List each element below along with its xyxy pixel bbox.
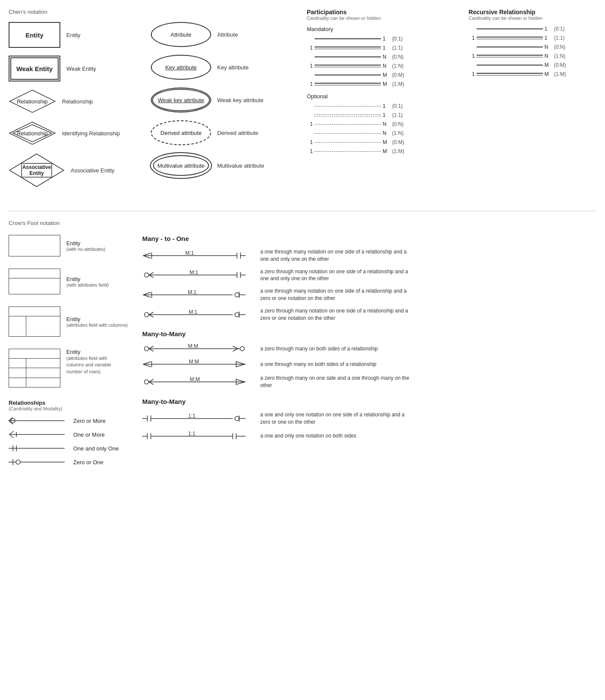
cf-mm-row2-desc: a one through many on both sides of a re… [260, 361, 377, 368]
cf-m1-row2: M:1 a zero through many notation on one … [142, 268, 596, 283]
opt-row-11: 1 (1:1) [307, 112, 460, 118]
cf-entity-cols-row: Entity (attributes field with columns) [9, 306, 129, 337]
svg-line-79 [149, 379, 153, 382]
rec-row-0m: M (0:M) [469, 62, 596, 68]
svg-line-60 [149, 349, 153, 351]
cf-11-row1-icon: 1:1 [142, 413, 254, 424]
cf-11-row2-desc: a one and only one notation on both side… [260, 432, 356, 440]
cf-entity-simple-shape [9, 235, 60, 256]
entity-desc: Entity [66, 32, 81, 38]
cf-m1-row3: M:1 a one through many notation on one s… [142, 288, 596, 302]
svg-line-22 [143, 256, 151, 258]
svg-line-74 [236, 362, 245, 364]
cf-mm-row1: M:M a zero through many on both sides of… [142, 344, 596, 354]
cf-m1-row2-desc: a zero through many notation on one side… [260, 268, 415, 283]
svg-line-33 [149, 275, 153, 278]
crows-section: Crow's Foot notation Entity (with no att… [9, 211, 596, 472]
weak-entity-desc: Weak Entity [66, 66, 96, 72]
chens-title: Chen's notation [9, 9, 298, 15]
key-attr-label: Key attribute [165, 64, 197, 71]
svg-text:M:1: M:1 [188, 290, 196, 295]
cf-mm-row3-icon: M:M [142, 377, 254, 387]
weak-entity-label: Weak Entity [16, 65, 53, 72]
relationship-row: Relationship Relationship [9, 89, 151, 113]
svg-text:M:1: M:1 [185, 250, 194, 256]
attribute-desc: Attribute [217, 31, 238, 38]
part-row-01: 1 (0:1) [307, 36, 460, 42]
cf-mm-title: Many-to-Many [142, 330, 596, 338]
id-relationship-desc: Identifying Relationship [62, 130, 120, 137]
cf-mm-row2: M:M a one through many on both sides of … [142, 359, 596, 369]
weak-entity-row: Weak Entity Weak Entity [9, 56, 151, 81]
svg-line-75 [236, 364, 245, 367]
assoc-entity-row: AssociativeEntity Associative Entity [9, 153, 151, 188]
cf-rel-subtitle: (Cardinality and Modality) [9, 406, 129, 411]
cf-11-row2: 1:1 a one and only one notation on both … [142, 431, 596, 441]
svg-point-20 [16, 460, 20, 464]
part-right: 1 [383, 45, 389, 51]
relationship-desc: Relationship [62, 98, 93, 105]
svg-line-68 [143, 364, 151, 367]
cf-m1-row1: M:1 a one through many notation on one s… [142, 248, 596, 263]
svg-text:M:1: M:1 [189, 309, 197, 315]
cf-entity-rows-label: Entity [66, 349, 122, 355]
part-right: M [383, 81, 389, 87]
svg-line-59 [149, 346, 153, 349]
assoc-entity-shape: AssociativeEntity [9, 153, 65, 188]
svg-line-63 [233, 346, 238, 349]
svg-line-32 [149, 272, 153, 275]
cf-entity-simple-label: Entity [66, 240, 105, 247]
part-notation: (1:N) [392, 63, 404, 69]
multi-attr-row: Multivalue attribute Multivalue attribut… [151, 153, 293, 178]
cf-entity-rows-row: Entity (attributes field with columns an… [9, 349, 129, 388]
cf-entity-attr-sublabel: (with attributes field) [66, 282, 109, 288]
cf-rel-one-only-icon [9, 444, 69, 453]
id-relationship-shape: Relationship [9, 121, 56, 145]
svg-point-54 [235, 312, 239, 317]
derived-attr-shape: Derived attribute [151, 120, 211, 145]
cf-m1-row3-desc: a one through many notation on one side … [260, 288, 415, 302]
cf-rel-one-more-icon [9, 430, 69, 439]
rec-row-1n: 1 N (1:N) [469, 53, 596, 59]
weak-key-attr-row: Weak key attribute Weak key attribute [151, 88, 293, 112]
part-right: M [383, 72, 389, 78]
recursive-section: Recursive Relationship Cardinality can b… [460, 9, 596, 195]
cf-entity-simple-sublabel: (with no attributes) [66, 247, 105, 252]
svg-line-21 [143, 253, 151, 256]
cf-m1-row4-desc: a zero through many notation on one side… [260, 307, 415, 322]
weak-entity-shape: Weak Entity [9, 56, 60, 81]
part-notation: (0:M) [392, 72, 404, 78]
svg-text:1:1: 1:1 [188, 431, 196, 437]
attribute-label: Attribute [171, 31, 191, 38]
weak-key-attr-label: Weak key attribute [158, 97, 204, 103]
rec-row-1m: 1 M (1:M) [469, 71, 596, 77]
rec-row-0n: N (0:N) [469, 44, 596, 50]
cf-entity-attr-label: Entity [66, 276, 109, 282]
svg-line-51 [149, 315, 153, 317]
part-row-0m: M (0:M) [307, 72, 460, 78]
weak-key-attr-shape: Weak key attribute [151, 88, 211, 112]
id-relationship-row: Relationship Identifying Relationship [9, 121, 151, 145]
svg-line-11 [9, 431, 14, 434]
assoc-entity-desc: Associative Entity [71, 167, 115, 174]
participations-section: Participations Cardinality can be shown … [298, 9, 460, 195]
cf-rel-zero-more: Zero or More [9, 416, 129, 425]
cf-11-row1-desc: a one and only one notation on one side … [260, 411, 415, 426]
participations-title: Participations [307, 9, 460, 16]
svg-line-12 [9, 434, 14, 438]
cf-11-title: Many-to-Many [142, 398, 596, 405]
relationship-label: Relationship [17, 98, 48, 105]
part-row-0n: N (0:N) [307, 54, 460, 60]
part-left: 1 [307, 81, 313, 87]
key-attr-row: Key attribute Key attribute [151, 55, 293, 80]
cf-m1-row2-icon: M:1 [142, 270, 254, 280]
derived-attr-desc: Derived attribute [217, 130, 258, 136]
part-right: N [383, 63, 389, 69]
multi-attr-desc: Multivalue attribute [217, 162, 264, 169]
cf-11-row1: 1:1 a one and only one notation on one s… [142, 411, 596, 426]
svg-line-40 [143, 295, 151, 297]
cf-m1-row4: M:1 a zero through many notation on one … [142, 307, 596, 322]
cf-rel-one-more: One or More [9, 430, 129, 439]
cf-rel-one-only-label: One and only One [73, 445, 119, 452]
svg-line-84 [236, 379, 245, 382]
